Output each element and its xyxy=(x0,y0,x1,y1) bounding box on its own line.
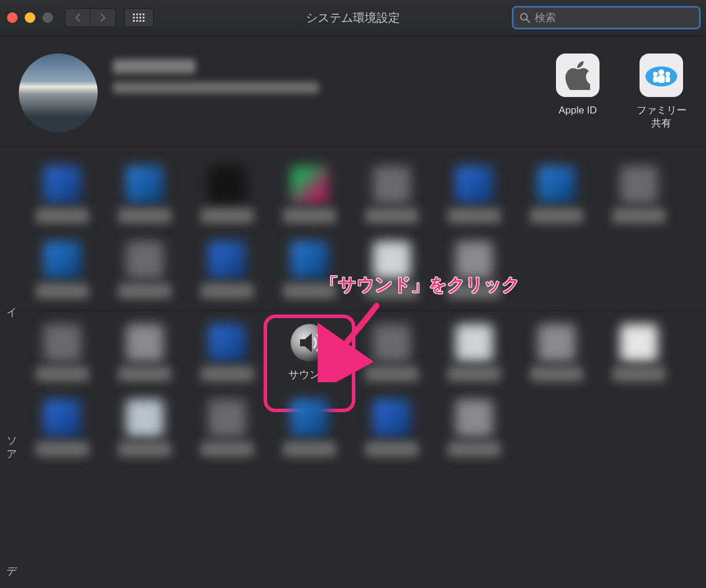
pref-item-blurred[interactable] xyxy=(433,318,515,384)
pref-item-blurred[interactable] xyxy=(104,393,186,459)
pref-item-blurred[interactable] xyxy=(351,318,433,384)
family-sharing-label: ファミリー 共有 xyxy=(637,104,687,130)
svg-rect-0 xyxy=(133,14,135,15)
pref-sound-label: サウンド xyxy=(288,368,331,382)
svg-rect-3 xyxy=(143,14,145,15)
svg-rect-9 xyxy=(136,20,138,22)
pref-item-blurred[interactable] xyxy=(433,235,515,301)
pref-item-blurred[interactable] xyxy=(268,393,351,459)
svg-rect-16 xyxy=(653,76,658,82)
pref-item-blurred[interactable] xyxy=(104,160,186,226)
pref-item-blurred[interactable] xyxy=(515,160,598,226)
pref-item-blurred[interactable] xyxy=(104,318,186,384)
preferences-grid: イ ソア デ xyxy=(0,147,706,465)
svg-point-19 xyxy=(665,72,670,76)
chevron-left-icon xyxy=(74,13,81,22)
toolbar: システム環境設定 xyxy=(0,0,706,36)
svg-rect-5 xyxy=(136,17,138,19)
back-button[interactable] xyxy=(65,9,90,26)
pref-item-blurred[interactable] xyxy=(104,235,186,301)
window-controls xyxy=(7,12,53,23)
account-header: Apple ID ファミリー 共有 xyxy=(0,36,706,147)
apple-id-button[interactable]: Apple ID xyxy=(545,54,611,117)
svg-rect-20 xyxy=(665,76,670,82)
family-sharing-icon xyxy=(640,54,683,97)
pref-item-blurred[interactable] xyxy=(186,393,268,459)
pref-item-blurred[interactable] xyxy=(433,393,515,459)
pref-row-1 xyxy=(5,156,701,232)
pref-row-3: サウンド xyxy=(5,315,701,390)
show-all-button[interactable] xyxy=(124,8,154,27)
search-icon xyxy=(519,12,530,23)
nav-buttons xyxy=(65,8,116,27)
section-label-2: ソア xyxy=(5,429,19,456)
svg-line-13 xyxy=(527,19,530,22)
pref-item-blurred[interactable] xyxy=(21,318,104,384)
svg-rect-10 xyxy=(139,20,141,22)
pref-item-blurred[interactable] xyxy=(186,160,268,226)
user-avatar[interactable] xyxy=(19,54,98,132)
window-title: システム環境設定 xyxy=(306,10,400,26)
pref-item-blurred[interactable] xyxy=(515,318,598,384)
svg-rect-8 xyxy=(133,20,135,22)
svg-point-15 xyxy=(653,72,658,76)
pref-item-blurred[interactable] xyxy=(351,235,433,301)
pref-item-blurred[interactable] xyxy=(21,160,104,226)
user-name-blurred xyxy=(113,59,195,74)
svg-rect-7 xyxy=(143,17,145,19)
svg-rect-11 xyxy=(143,20,145,22)
close-window-button[interactable] xyxy=(7,12,18,23)
svg-point-17 xyxy=(658,69,664,75)
grid-icon xyxy=(133,14,145,22)
pref-item-blurred[interactable] xyxy=(433,160,515,226)
search-input[interactable] xyxy=(534,11,693,25)
apple-id-label: Apple ID xyxy=(558,104,597,117)
forward-button[interactable] xyxy=(90,9,115,26)
minimize-window-button[interactable] xyxy=(25,12,35,23)
svg-rect-6 xyxy=(139,17,141,19)
svg-rect-18 xyxy=(658,75,665,83)
pref-item-blurred[interactable] xyxy=(598,318,680,384)
chevron-right-icon xyxy=(99,13,106,22)
user-subtitle-blurred xyxy=(113,82,319,93)
pref-item-blurred[interactable] xyxy=(598,160,680,226)
pref-item-blurred[interactable] xyxy=(21,235,104,301)
search-field[interactable] xyxy=(514,8,699,28)
pref-item-blurred[interactable] xyxy=(186,235,268,301)
zoom-window-button[interactable] xyxy=(42,12,53,23)
pref-item-blurred[interactable] xyxy=(351,393,433,459)
svg-rect-1 xyxy=(136,14,138,15)
family-sharing-button[interactable]: ファミリー 共有 xyxy=(628,54,694,130)
speaker-icon xyxy=(291,324,328,362)
section-separator xyxy=(5,310,701,311)
pref-row-4 xyxy=(5,390,701,465)
section-label-1: イ xyxy=(5,300,19,313)
system-preferences-window: システム環境設定 Apple ID xyxy=(0,0,706,588)
pref-item-blurred[interactable] xyxy=(351,160,433,226)
pref-row-2 xyxy=(5,232,701,307)
section-label-3: デ xyxy=(5,559,19,572)
user-info xyxy=(113,59,319,93)
apple-logo-icon xyxy=(556,54,600,97)
pref-item-sound[interactable]: サウンド xyxy=(268,318,351,384)
pref-item-blurred[interactable] xyxy=(268,160,351,226)
pref-item-blurred[interactable] xyxy=(21,393,104,459)
svg-rect-2 xyxy=(139,14,141,15)
pref-item-blurred[interactable] xyxy=(268,235,351,301)
pref-item-blurred[interactable] xyxy=(186,318,268,384)
svg-rect-4 xyxy=(133,17,135,19)
